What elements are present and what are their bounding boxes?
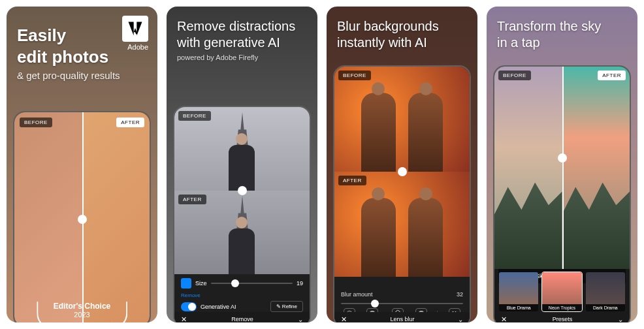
split-handle[interactable] bbox=[398, 167, 407, 176]
split-handle[interactable] bbox=[78, 215, 87, 224]
screenshot-3: Blur backgrounds instantly with AI BEFOR… bbox=[327, 7, 477, 322]
chevron-down-icon[interactable]: ⌄ bbox=[458, 316, 463, 323]
chevron-down-icon[interactable]: ⌄ bbox=[298, 316, 303, 323]
phone-mockup: BEFORE AFTER Blur amount 32 Circle Bubbl… bbox=[333, 65, 471, 322]
preset-blue-drama[interactable]: Blue Drama bbox=[498, 272, 539, 312]
bottom-bar: ✕ Lens blur ⌄ bbox=[334, 312, 470, 322]
after-image: AFTER bbox=[174, 191, 310, 274]
after-badge: AFTER bbox=[338, 176, 366, 185]
headline-line-1: Blur backgrounds bbox=[337, 18, 467, 35]
close-icon[interactable]: ✕ bbox=[341, 315, 347, 323]
close-icon[interactable]: ✕ bbox=[181, 315, 187, 323]
preset-label: Dark Drama bbox=[586, 304, 625, 311]
mode-label: Presets bbox=[553, 316, 573, 322]
person-silhouette bbox=[229, 228, 255, 274]
phone-mockup: BEFORE AFTER ‹ Adaptive: Sky Blue Drama … bbox=[493, 65, 631, 322]
preset-neon-tropics[interactable]: Neon Tropics bbox=[541, 272, 582, 312]
blur-slider[interactable] bbox=[341, 303, 463, 304]
after-image bbox=[82, 112, 150, 322]
editors-choice-badge: Editor's Choice 2023 bbox=[54, 302, 111, 319]
before-badge: BEFORE bbox=[20, 118, 52, 127]
size-slider[interactable] bbox=[211, 283, 293, 284]
adobe-logo-label: Adobe bbox=[127, 43, 148, 51]
subheadline: & get pro-quality results bbox=[7, 70, 157, 86]
before-after-split[interactable]: BEFORE AFTER bbox=[494, 67, 630, 269]
headline-line-2: with generative AI bbox=[177, 35, 307, 51]
headline-line-2: in a tap bbox=[497, 35, 627, 51]
bottom-bar: ✕ Presets ⌄ bbox=[494, 312, 630, 322]
presets-row: Blue Drama Neon Tropics Dark Drama bbox=[498, 272, 626, 312]
before-after-split[interactable]: BEFORE AFTER bbox=[14, 112, 150, 322]
before-badge: BEFORE bbox=[338, 70, 371, 80]
before-badge: BEFORE bbox=[178, 111, 211, 121]
close-icon[interactable]: ✕ bbox=[501, 315, 507, 323]
people-silhouette bbox=[361, 198, 442, 277]
screenshot-1: Adobe Easily edit photos & get pro-quali… bbox=[7, 7, 157, 322]
adobe-logo-icon bbox=[122, 16, 148, 42]
before-image bbox=[14, 112, 82, 322]
before-image: BEFORE bbox=[174, 107, 310, 191]
before-after-stack: BEFORE AFTER bbox=[334, 67, 470, 277]
mode-label: Lens blur bbox=[390, 316, 414, 322]
preset-dark-drama[interactable]: Dark Drama bbox=[585, 272, 626, 312]
tool-icon[interactable] bbox=[181, 278, 191, 289]
bottom-bar: ✕ Remove ⌄ bbox=[174, 312, 310, 322]
preset-label: Neon Tropics bbox=[542, 304, 581, 311]
people-silhouette bbox=[361, 93, 442, 172]
genai-label: Generative AI bbox=[201, 304, 236, 310]
before-badge: BEFORE bbox=[498, 70, 531, 80]
award-year: 2023 bbox=[54, 311, 111, 319]
before-image bbox=[494, 67, 562, 269]
mode-label: Remove bbox=[231, 316, 253, 322]
after-image bbox=[562, 67, 630, 269]
headline-line-1: Remove distractions bbox=[177, 18, 307, 35]
after-badge: AFTER bbox=[116, 118, 144, 127]
after-badge: AFTER bbox=[598, 70, 626, 80]
headline: Remove distractions with generative AI bbox=[167, 7, 317, 54]
subheadline: powered by Adobe Firefly bbox=[167, 54, 317, 67]
size-value: 19 bbox=[297, 280, 303, 287]
person-silhouette bbox=[229, 145, 255, 191]
after-badge: AFTER bbox=[178, 195, 206, 204]
genai-toggle[interactable] bbox=[181, 302, 197, 311]
headline: Blur backgrounds instantly with AI bbox=[327, 7, 477, 54]
blur-value: 32 bbox=[457, 291, 463, 298]
split-handle[interactable] bbox=[558, 153, 567, 163]
refine-button[interactable]: ✎ Refine bbox=[270, 301, 303, 312]
preset-label: Blue Drama bbox=[499, 304, 538, 311]
phone-mockup: BEFORE AFTER Size 19 Remove Generative A bbox=[173, 106, 311, 322]
chevron-down-icon[interactable]: ⌄ bbox=[618, 316, 623, 323]
award-title: Editor's Choice bbox=[54, 302, 111, 311]
screenshot-2: Remove distractions with generative AI p… bbox=[167, 7, 317, 322]
after-image: AFTER bbox=[334, 172, 470, 277]
phone-mockup: BEFORE AFTER bbox=[13, 111, 151, 322]
split-divider[interactable] bbox=[562, 67, 564, 269]
before-image: BEFORE bbox=[334, 67, 470, 172]
size-label: Size bbox=[195, 280, 207, 287]
headline-line-1: Transform the sky bbox=[497, 18, 627, 35]
screenshot-4: Transform the sky in a tap BEFORE AFTER … bbox=[487, 7, 637, 322]
remove-label: Remove bbox=[181, 292, 303, 298]
split-handle[interactable] bbox=[238, 186, 247, 195]
headline-line-2: instantly with AI bbox=[337, 35, 467, 51]
blur-label: Blur amount bbox=[341, 291, 373, 298]
headline: Transform the sky in a tap bbox=[487, 7, 637, 54]
before-after-stack: BEFORE AFTER bbox=[174, 107, 310, 274]
